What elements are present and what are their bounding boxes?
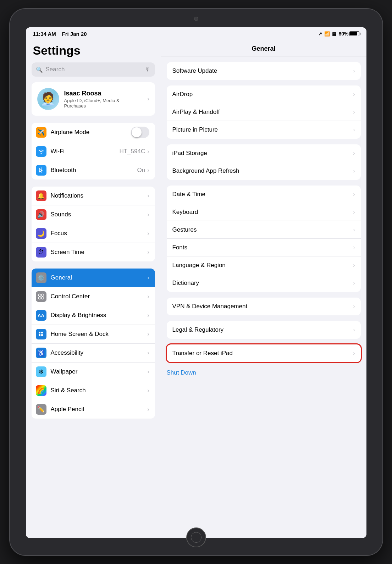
camera (194, 17, 198, 21)
panel-item-fonts[interactable]: Fonts › (167, 239, 361, 256)
sidebar-item-siri-search[interactable]: 🌈 Siri & Search › (32, 381, 155, 400)
airdrop-label: AirDrop (172, 91, 353, 98)
picture-in-picture-chevron: › (353, 127, 355, 133)
vpn-chevron: › (353, 303, 355, 310)
sounds-icon: 🔊 (36, 209, 46, 220)
bluetooth-icon (36, 165, 46, 176)
panel-item-language-region[interactable]: Language & Region › (167, 256, 361, 274)
date-time-chevron: › (353, 191, 355, 198)
apple-pencil-chevron: › (147, 406, 149, 413)
airplay-handoff-label: AirPlay & Handoff (172, 109, 353, 116)
profile-chevron: › (147, 96, 149, 102)
picture-in-picture-label: Picture in Picture (172, 126, 353, 133)
svg-rect-5 (41, 332, 43, 333)
profile-info: Isaac Roosa Apple ID, iCloud+, Media & P… (64, 90, 143, 109)
shutdown-link[interactable]: Shut Down (161, 368, 366, 382)
dictionary-label: Dictionary (172, 280, 353, 287)
sidebar-item-sounds[interactable]: 🔊 Sounds › (32, 205, 155, 224)
control-center-chevron: › (147, 293, 149, 300)
siri-search-chevron: › (147, 387, 149, 394)
home-button[interactable] (186, 527, 206, 547)
time: 11:34 AM (33, 31, 56, 37)
panel-item-airdrop[interactable]: AirDrop › (167, 85, 361, 103)
panel-item-transfer-reset[interactable]: Transfer or Reset iPad › (167, 344, 361, 362)
panel-item-keyboard[interactable]: Keyboard › (167, 203, 361, 221)
focus-label: Focus (51, 230, 148, 237)
sidebar-item-notifications[interactable]: 🔔 Notifications › (32, 187, 155, 205)
panel-item-software-update[interactable]: Software Update › (167, 62, 361, 80)
date-time-label: Date & Time (172, 191, 353, 198)
svg-point-3 (41, 297, 44, 299)
software-update-chevron: › (353, 68, 355, 74)
general-icon: ⚙️ (36, 272, 46, 283)
display-brightness-icon: AA (36, 310, 46, 321)
legal-group: Legal & Regulatory › (167, 321, 361, 339)
profile-name: Isaac Roosa (64, 90, 143, 97)
general-chevron: › (147, 275, 149, 281)
airplane-mode-toggle[interactable] (131, 127, 149, 138)
sidebar-item-airplane-mode[interactable]: ✈️ Airplane Mode (32, 123, 155, 142)
airplay-handoff-chevron: › (353, 109, 355, 115)
sidebar-item-control-center[interactable]: Control Center › (32, 287, 155, 306)
dictionary-chevron: › (353, 280, 355, 286)
wifi-chevron: › (147, 148, 149, 155)
sidebar: Settings 🔍 Search 🎙 🧑‍💼 Isaac Roosa Appl… (26, 40, 161, 538)
language-region-label: Language & Region (172, 262, 353, 269)
search-bar[interactable]: 🔍 Search 🎙 (32, 62, 155, 77)
sidebar-item-wifi[interactable]: Wi-Fi HT_594C › (32, 142, 155, 161)
bluetooth-value: On (137, 167, 145, 174)
sidebar-item-apple-pencil[interactable]: ✏️ Apple Pencil › (32, 400, 155, 419)
sidebar-item-screen-time[interactable]: ⏱ Screen Time › (32, 243, 155, 261)
svg-point-0 (38, 294, 41, 297)
profile-card[interactable]: 🧑‍💼 Isaac Roosa Apple ID, iCloud+, Media… (32, 82, 155, 116)
legal-chevron: › (353, 327, 355, 333)
profile-subtitle: Apple ID, iCloud+, Media & Purchases (64, 98, 143, 109)
panel-item-picture-in-picture[interactable]: Picture in Picture › (167, 121, 361, 139)
control-center-label: Control Center (51, 293, 148, 300)
mic-icon: 🎙 (145, 66, 151, 73)
wallpaper-chevron: › (147, 369, 149, 375)
sim-icon: ▦ (332, 31, 336, 37)
shutdown-label: Shut Down (167, 369, 196, 376)
search-input[interactable]: Search (46, 66, 142, 73)
storage-group: iPad Storage › Background App Refresh › (167, 144, 361, 180)
panel-item-date-time[interactable]: Date & Time › (167, 186, 361, 203)
sidebar-item-general[interactable]: ⚙️ General › (32, 269, 155, 287)
panel-item-legal[interactable]: Legal & Regulatory › (167, 321, 361, 339)
wifi-value: HT_594C (119, 148, 145, 155)
keyboard-chevron: › (353, 209, 355, 215)
ipad-storage-chevron: › (353, 150, 355, 156)
sidebar-item-home-screen[interactable]: Home Screen & Dock › (32, 325, 155, 344)
panel-item-background-refresh[interactable]: Background App Refresh › (167, 162, 361, 180)
legal-label: Legal & Regulatory (172, 326, 353, 333)
status-time-date: 11:34 AM Fri Jan 20 (33, 31, 87, 37)
status-right: ↗ 📶 ▦ 80% (318, 31, 359, 37)
battery-icon (349, 31, 359, 36)
siri-search-label: Siri & Search (51, 387, 148, 394)
panel-item-dictionary[interactable]: Dictionary › (167, 274, 361, 292)
panel-item-airplay-handoff[interactable]: AirPlay & Handoff › (167, 103, 361, 121)
svg-rect-7 (41, 334, 43, 336)
sidebar-item-accessibility[interactable]: ♿ Accessibility › (32, 344, 155, 363)
bluetooth-chevron: › (147, 167, 149, 173)
svg-point-1 (41, 294, 44, 297)
screen: 11:34 AM Fri Jan 20 ↗ 📶 ▦ 80% Sett (26, 27, 366, 538)
panel-item-vpn[interactable]: VPN & Device Management › (167, 298, 361, 315)
vpn-label: VPN & Device Management (172, 303, 353, 310)
date: Fri Jan 20 (62, 31, 87, 37)
wifi-icon (36, 146, 46, 157)
background-refresh-label: Background App Refresh (172, 167, 353, 175)
background-refresh-chevron: › (353, 168, 355, 174)
sidebar-item-wallpaper[interactable]: ❄ Wallpaper › (32, 363, 155, 381)
panel-item-ipad-storage[interactable]: iPad Storage › (167, 144, 361, 162)
home-screen-label: Home Screen & Dock (51, 331, 148, 338)
vpn-group: VPN & Device Management › (167, 298, 361, 315)
connectivity-group: ✈️ Airplane Mode Wi-Fi HT_594C › (32, 123, 155, 179)
sidebar-item-display-brightness[interactable]: AA Display & Brightness › (32, 306, 155, 325)
sidebar-item-focus[interactable]: 🌙 Focus › (32, 224, 155, 243)
panel-item-gestures[interactable]: Gestures › (167, 221, 361, 239)
accessibility-label: Accessibility (51, 349, 148, 356)
sidebar-item-bluetooth[interactable]: Bluetooth On › (32, 161, 155, 179)
notifications-label: Notifications (51, 192, 148, 199)
wifi-status-icon: 📶 (324, 31, 330, 37)
